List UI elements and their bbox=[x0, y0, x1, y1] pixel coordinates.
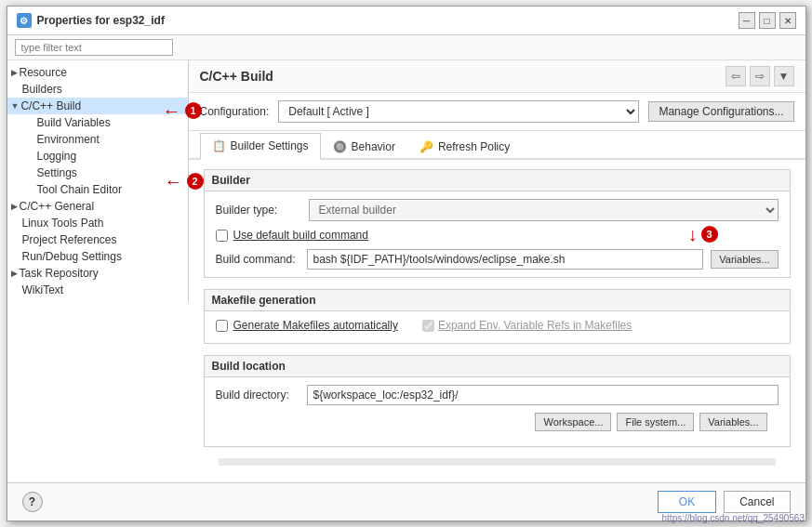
cancel-button[interactable]: Cancel bbox=[724, 491, 790, 513]
makefile-section-title: Makefile generation bbox=[205, 290, 790, 311]
sidebar-item-project-references[interactable]: Project References bbox=[7, 231, 188, 248]
sidebar-item-task-repository[interactable]: ▶ Task Repository bbox=[7, 265, 188, 282]
sidebar-item-logging[interactable]: Logging bbox=[7, 148, 188, 165]
config-select[interactable]: Default [ Active ] bbox=[278, 100, 639, 123]
behavior-icon: 🔘 bbox=[333, 140, 347, 153]
use-default-label[interactable]: Use default build command bbox=[233, 229, 368, 242]
sidebar-item-settings[interactable]: Settings bbox=[7, 165, 188, 181]
expand-env-label[interactable]: Expand Env. Variable Refs in Makefiles bbox=[438, 319, 632, 332]
build-location-section: Build location Build directory: Workspac… bbox=[204, 355, 791, 447]
scrollbar[interactable] bbox=[219, 458, 776, 466]
use-default-row: Use default build command bbox=[216, 229, 779, 242]
ok-button[interactable]: OK bbox=[658, 491, 716, 513]
minimize-button[interactable]: ─ bbox=[739, 12, 755, 29]
back-button[interactable]: ⇦ bbox=[725, 66, 746, 86]
builder-type-label: Builder type: bbox=[216, 204, 300, 217]
sidebar-item-wikitext[interactable]: WikiText bbox=[7, 282, 188, 298]
build-location-variables-button[interactable]: Variables... bbox=[699, 413, 766, 431]
use-default-checkbox[interactable] bbox=[216, 230, 228, 242]
makefile-section-body: Generate Makefiles automatically Expand … bbox=[205, 311, 790, 343]
sidebar-item-resource[interactable]: ▶ Resource bbox=[7, 64, 188, 81]
sidebar-item-build-variables[interactable]: Build Variables bbox=[7, 114, 188, 131]
sidebar-item-toolchain-editor[interactable]: Tool Chain Editor bbox=[7, 181, 188, 198]
build-cmd-input[interactable] bbox=[307, 249, 704, 270]
sidebar-item-builders[interactable]: Builders bbox=[7, 81, 188, 98]
panel-header: C/C++ Build ⇦ ⇨ ▼ bbox=[189, 60, 805, 93]
build-cmd-label: Build command: bbox=[216, 253, 300, 266]
sidebar-item-run-debug[interactable]: Run/Debug Settings bbox=[7, 248, 188, 265]
generate-makefiles-checkbox[interactable] bbox=[216, 320, 228, 332]
build-dir-input[interactable] bbox=[307, 385, 779, 405]
expand-env-checkbox[interactable] bbox=[422, 320, 434, 332]
makefile-section: Makefile generation Generate Makefiles a… bbox=[204, 289, 791, 344]
build-cmd-row: Build command: Variables... ↓ 3 bbox=[216, 249, 779, 270]
tab-builder-settings[interactable]: 📋 Builder Settings bbox=[200, 133, 321, 160]
chevron-icon-task: ▶ bbox=[11, 269, 18, 278]
footer-right: OK Cancel bbox=[658, 491, 791, 513]
config-bar: Configuration: Default [ Active ] Manage… bbox=[189, 93, 805, 131]
filesystem-button[interactable]: File system... bbox=[617, 413, 694, 431]
properties-dialog: ⚙ Properties for esp32_idf ─ □ ✕ ▶ Resou… bbox=[7, 6, 806, 521]
footer-left: ? bbox=[22, 492, 43, 512]
forward-button[interactable]: ⇨ bbox=[750, 66, 770, 86]
tab-refresh-policy[interactable]: 🔑 Refresh Policy bbox=[407, 133, 522, 160]
build-dir-buttons: Workspace... File system... Variables... bbox=[216, 413, 779, 439]
generate-makefiles-row: Generate Makefiles automatically Expand … bbox=[216, 319, 779, 332]
build-location-body: Build directory: Workspace... File syste… bbox=[205, 377, 790, 446]
builder-type-row: Builder type: External builder bbox=[216, 199, 779, 221]
watermark: https://blog.csdn.net/qq_25490563 bbox=[662, 513, 805, 523]
dialog-icon: ⚙ bbox=[17, 13, 32, 28]
close-button[interactable]: ✕ bbox=[779, 12, 796, 29]
main-content: ▶ Resource Builders ▼ C/C++ Build Build … bbox=[7, 60, 805, 482]
panel-body: Builder Builder type: External builder U… bbox=[189, 160, 805, 482]
builder-type-select[interactable]: External builder bbox=[309, 199, 779, 221]
filter-input[interactable] bbox=[15, 39, 173, 56]
panel-toolbar: ⇦ ⇨ ▼ bbox=[725, 66, 794, 86]
builder-settings-icon: 📋 bbox=[212, 139, 226, 152]
sidebar-item-cpp-general[interactable]: ▶ C/C++ General bbox=[7, 198, 188, 215]
help-button[interactable]: ? bbox=[22, 492, 43, 512]
build-location-title: Build location bbox=[205, 356, 790, 377]
filter-bar bbox=[7, 35, 805, 60]
chevron-icon: ▶ bbox=[11, 68, 18, 77]
generate-makefiles-label[interactable]: Generate Makefiles automatically bbox=[233, 319, 398, 332]
builder-section-body: Builder type: External builder Use defau… bbox=[205, 191, 790, 277]
right-panel: C/C++ Build ⇦ ⇨ ▼ Configuration: Default… bbox=[189, 60, 805, 482]
manage-configurations-button[interactable]: Manage Configurations... bbox=[648, 101, 793, 122]
menu-button[interactable]: ▼ bbox=[774, 66, 794, 86]
maximize-button[interactable]: □ bbox=[759, 12, 776, 29]
panel-title: C/C++ Build bbox=[200, 69, 273, 84]
tab-behavior[interactable]: 🔘 Behavior bbox=[321, 133, 407, 160]
workspace-button[interactable]: Workspace... bbox=[535, 413, 611, 431]
title-bar-left: ⚙ Properties for esp32_idf bbox=[17, 13, 165, 28]
builder-section-title: Builder bbox=[205, 170, 790, 191]
build-cmd-variables-button[interactable]: Variables... bbox=[711, 250, 778, 269]
build-dir-label: Build directory: bbox=[216, 389, 300, 402]
refresh-policy-icon: 🔑 bbox=[419, 140, 433, 153]
title-bar: ⚙ Properties for esp32_idf ─ □ ✕ bbox=[7, 7, 805, 35]
config-label: Configuration: bbox=[200, 105, 270, 118]
sidebar-item-environment[interactable]: Environment bbox=[7, 131, 188, 148]
builder-section: Builder Builder type: External builder U… bbox=[204, 169, 791, 278]
chevron-down-icon: ▼ bbox=[11, 101, 20, 111]
sidebar-item-cppbuild[interactable]: ▼ C/C++ Build bbox=[7, 98, 188, 114]
build-dir-row: Build directory: bbox=[216, 385, 779, 405]
chevron-right-icon: ▶ bbox=[11, 202, 18, 211]
title-bar-controls: ─ □ ✕ bbox=[739, 12, 796, 29]
dialog-title: Properties for esp32_idf bbox=[37, 14, 165, 27]
sidebar-item-linux-tools[interactable]: Linux Tools Path bbox=[7, 215, 188, 231]
tabs-row: 📋 Builder Settings 🔘 Behavior 🔑 Refresh … bbox=[189, 131, 805, 160]
sidebar: ▶ Resource Builders ▼ C/C++ Build Build … bbox=[7, 60, 189, 302]
